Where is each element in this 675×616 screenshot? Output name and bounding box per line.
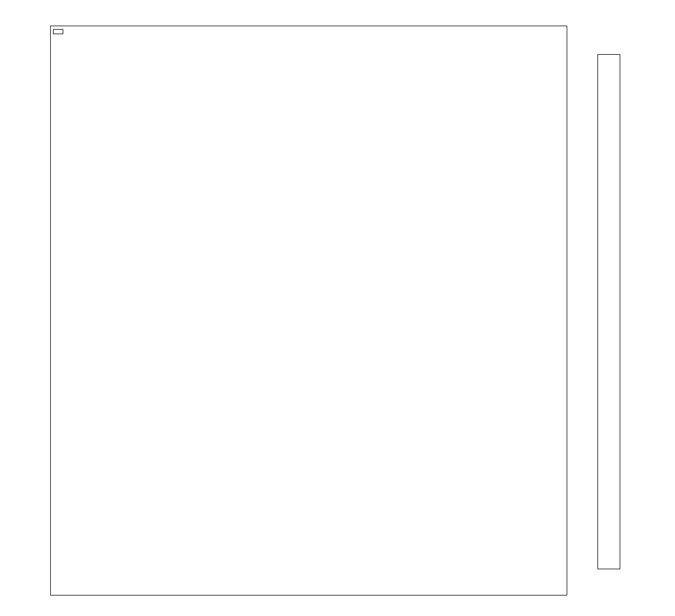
map-plot-area <box>50 26 567 595</box>
product-info-box <box>53 29 63 34</box>
radar-map <box>51 26 568 596</box>
colorbar <box>597 54 620 569</box>
